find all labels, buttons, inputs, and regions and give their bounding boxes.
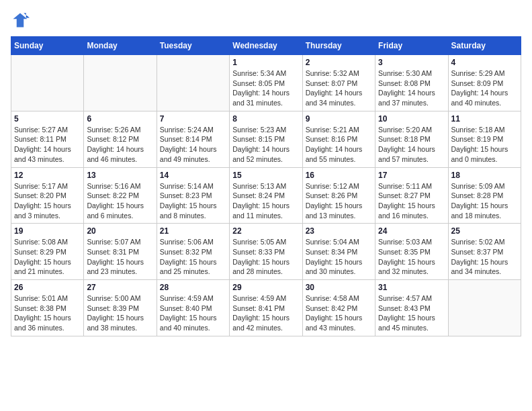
calendar-cell: 28Sunrise: 4:59 AMSunset: 8:40 PMDayligh… bbox=[157, 280, 229, 336]
calendar-cell bbox=[448, 280, 521, 336]
day-number: 6 bbox=[87, 114, 153, 124]
day-number: 25 bbox=[451, 226, 518, 236]
day-info: Sunrise: 4:57 AMSunset: 8:43 PMDaylight:… bbox=[378, 293, 445, 333]
day-number: 7 bbox=[160, 114, 226, 124]
weekday-header: Thursday bbox=[302, 37, 375, 55]
calendar-cell: 9Sunrise: 5:21 AMSunset: 8:16 PMDaylight… bbox=[302, 111, 375, 167]
day-number: 27 bbox=[87, 283, 153, 292]
day-info: Sunrise: 5:13 AMSunset: 8:24 PMDaylight:… bbox=[232, 181, 299, 221]
day-info: Sunrise: 5:30 AMSunset: 8:08 PMDaylight:… bbox=[378, 68, 445, 108]
day-number: 5 bbox=[14, 114, 81, 124]
calendar-cell: 20Sunrise: 5:07 AMSunset: 8:31 PMDayligh… bbox=[84, 224, 157, 280]
day-info: Sunrise: 5:34 AMSunset: 8:05 PMDaylight:… bbox=[232, 68, 299, 108]
day-number: 11 bbox=[451, 114, 518, 124]
day-info: Sunrise: 5:26 AMSunset: 8:12 PMDaylight:… bbox=[87, 125, 153, 165]
day-number: 14 bbox=[160, 171, 226, 180]
calendar-cell: 25Sunrise: 5:02 AMSunset: 8:37 PMDayligh… bbox=[448, 224, 521, 280]
day-info: Sunrise: 5:07 AMSunset: 8:31 PMDaylight:… bbox=[87, 237, 153, 277]
weekday-header: Tuesday bbox=[157, 37, 229, 55]
calendar-cell: 8Sunrise: 5:23 AMSunset: 8:15 PMDaylight… bbox=[230, 111, 302, 167]
day-number: 15 bbox=[232, 171, 299, 180]
day-info: Sunrise: 5:16 AMSunset: 8:22 PMDaylight:… bbox=[87, 181, 153, 221]
day-number: 2 bbox=[306, 58, 372, 67]
day-info: Sunrise: 5:01 AMSunset: 8:38 PMDaylight:… bbox=[14, 293, 81, 333]
weekday-header: Friday bbox=[375, 37, 448, 55]
day-info: Sunrise: 5:00 AMSunset: 8:39 PMDaylight:… bbox=[87, 293, 153, 333]
weekday-header: Saturday bbox=[448, 37, 521, 55]
calendar-cell: 31Sunrise: 4:57 AMSunset: 8:43 PMDayligh… bbox=[375, 280, 448, 336]
weekday-header: Wednesday bbox=[230, 37, 302, 55]
day-number: 29 bbox=[232, 283, 299, 292]
day-number: 22 bbox=[232, 226, 299, 236]
day-number: 31 bbox=[378, 283, 445, 292]
calendar-week-row: 19Sunrise: 5:08 AMSunset: 8:29 PMDayligh… bbox=[11, 224, 521, 280]
day-info: Sunrise: 5:24 AMSunset: 8:14 PMDaylight:… bbox=[160, 125, 226, 165]
calendar-cell: 21Sunrise: 5:06 AMSunset: 8:32 PMDayligh… bbox=[157, 224, 229, 280]
day-number: 26 bbox=[14, 283, 81, 292]
day-info: Sunrise: 5:29 AMSunset: 8:09 PMDaylight:… bbox=[451, 68, 518, 108]
logo bbox=[11, 11, 32, 30]
calendar-cell: 4Sunrise: 5:29 AMSunset: 8:09 PMDaylight… bbox=[448, 55, 521, 111]
day-info: Sunrise: 5:32 AMSunset: 8:07 PMDaylight:… bbox=[306, 68, 372, 108]
calendar-week-row: 5Sunrise: 5:27 AMSunset: 8:11 PMDaylight… bbox=[11, 111, 521, 167]
day-info: Sunrise: 5:05 AMSunset: 8:33 PMDaylight:… bbox=[232, 237, 299, 277]
weekday-header: Monday bbox=[84, 37, 157, 55]
calendar-cell: 11Sunrise: 5:18 AMSunset: 8:19 PMDayligh… bbox=[448, 111, 521, 167]
calendar-cell: 16Sunrise: 5:12 AMSunset: 8:26 PMDayligh… bbox=[302, 167, 375, 224]
calendar-cell: 6Sunrise: 5:26 AMSunset: 8:12 PMDaylight… bbox=[84, 111, 157, 167]
calendar-cell: 24Sunrise: 5:03 AMSunset: 8:35 PMDayligh… bbox=[375, 224, 448, 280]
day-info: Sunrise: 4:59 AMSunset: 8:40 PMDaylight:… bbox=[160, 293, 226, 333]
calendar-table: SundayMondayTuesdayWednesdayThursdayFrid… bbox=[11, 36, 521, 336]
logo-icon bbox=[11, 11, 30, 30]
day-number: 20 bbox=[87, 226, 153, 236]
calendar-cell bbox=[11, 55, 84, 111]
calendar-cell: 18Sunrise: 5:09 AMSunset: 8:28 PMDayligh… bbox=[448, 167, 521, 224]
calendar-cell: 22Sunrise: 5:05 AMSunset: 8:33 PMDayligh… bbox=[230, 224, 302, 280]
day-number: 4 bbox=[451, 58, 518, 67]
day-number: 21 bbox=[160, 226, 226, 236]
calendar-cell: 2Sunrise: 5:32 AMSunset: 8:07 PMDaylight… bbox=[302, 55, 375, 111]
day-info: Sunrise: 5:21 AMSunset: 8:16 PMDaylight:… bbox=[306, 125, 372, 165]
day-info: Sunrise: 5:17 AMSunset: 8:20 PMDaylight:… bbox=[14, 181, 81, 221]
day-number: 3 bbox=[378, 58, 445, 67]
day-number: 1 bbox=[232, 58, 299, 67]
calendar-cell: 19Sunrise: 5:08 AMSunset: 8:29 PMDayligh… bbox=[11, 224, 84, 280]
day-info: Sunrise: 5:09 AMSunset: 8:28 PMDaylight:… bbox=[451, 181, 518, 221]
day-info: Sunrise: 5:03 AMSunset: 8:35 PMDaylight:… bbox=[378, 237, 445, 277]
day-info: Sunrise: 5:20 AMSunset: 8:18 PMDaylight:… bbox=[378, 125, 445, 165]
day-info: Sunrise: 5:12 AMSunset: 8:26 PMDaylight:… bbox=[306, 181, 372, 221]
day-info: Sunrise: 5:02 AMSunset: 8:37 PMDaylight:… bbox=[451, 237, 518, 277]
calendar-cell: 27Sunrise: 5:00 AMSunset: 8:39 PMDayligh… bbox=[84, 280, 157, 336]
day-number: 24 bbox=[378, 226, 445, 236]
calendar-cell bbox=[157, 55, 229, 111]
day-number: 17 bbox=[378, 171, 445, 180]
calendar-cell: 14Sunrise: 5:14 AMSunset: 8:23 PMDayligh… bbox=[157, 167, 229, 224]
day-number: 13 bbox=[87, 171, 153, 180]
calendar-cell: 3Sunrise: 5:30 AMSunset: 8:08 PMDaylight… bbox=[375, 55, 448, 111]
calendar-cell: 23Sunrise: 5:04 AMSunset: 8:34 PMDayligh… bbox=[302, 224, 375, 280]
day-number: 18 bbox=[451, 171, 518, 180]
calendar-cell: 15Sunrise: 5:13 AMSunset: 8:24 PMDayligh… bbox=[230, 167, 302, 224]
calendar-cell: 7Sunrise: 5:24 AMSunset: 8:14 PMDaylight… bbox=[157, 111, 229, 167]
day-info: Sunrise: 4:58 AMSunset: 8:42 PMDaylight:… bbox=[306, 293, 372, 333]
day-number: 10 bbox=[378, 114, 445, 124]
day-info: Sunrise: 5:04 AMSunset: 8:34 PMDaylight:… bbox=[306, 237, 372, 277]
calendar-cell: 5Sunrise: 5:27 AMSunset: 8:11 PMDaylight… bbox=[11, 111, 84, 167]
calendar-cell: 17Sunrise: 5:11 AMSunset: 8:27 PMDayligh… bbox=[375, 167, 448, 224]
calendar-cell: 26Sunrise: 5:01 AMSunset: 8:38 PMDayligh… bbox=[11, 280, 84, 336]
calendar-cell bbox=[84, 55, 157, 111]
page-header bbox=[11, 11, 521, 30]
calendar-cell: 12Sunrise: 5:17 AMSunset: 8:20 PMDayligh… bbox=[11, 167, 84, 224]
weekday-header-row: SundayMondayTuesdayWednesdayThursdayFrid… bbox=[11, 37, 521, 55]
day-number: 30 bbox=[306, 283, 372, 292]
calendar-cell: 1Sunrise: 5:34 AMSunset: 8:05 PMDaylight… bbox=[230, 55, 302, 111]
day-info: Sunrise: 5:18 AMSunset: 8:19 PMDaylight:… bbox=[451, 125, 518, 165]
day-number: 16 bbox=[306, 171, 372, 180]
calendar-cell: 30Sunrise: 4:58 AMSunset: 8:42 PMDayligh… bbox=[302, 280, 375, 336]
day-info: Sunrise: 5:23 AMSunset: 8:15 PMDaylight:… bbox=[232, 125, 299, 165]
weekday-header: Sunday bbox=[11, 37, 84, 55]
day-number: 19 bbox=[14, 226, 81, 236]
calendar-week-row: 26Sunrise: 5:01 AMSunset: 8:38 PMDayligh… bbox=[11, 280, 521, 336]
calendar-cell: 29Sunrise: 4:59 AMSunset: 8:41 PMDayligh… bbox=[230, 280, 302, 336]
day-info: Sunrise: 5:27 AMSunset: 8:11 PMDaylight:… bbox=[14, 125, 81, 165]
